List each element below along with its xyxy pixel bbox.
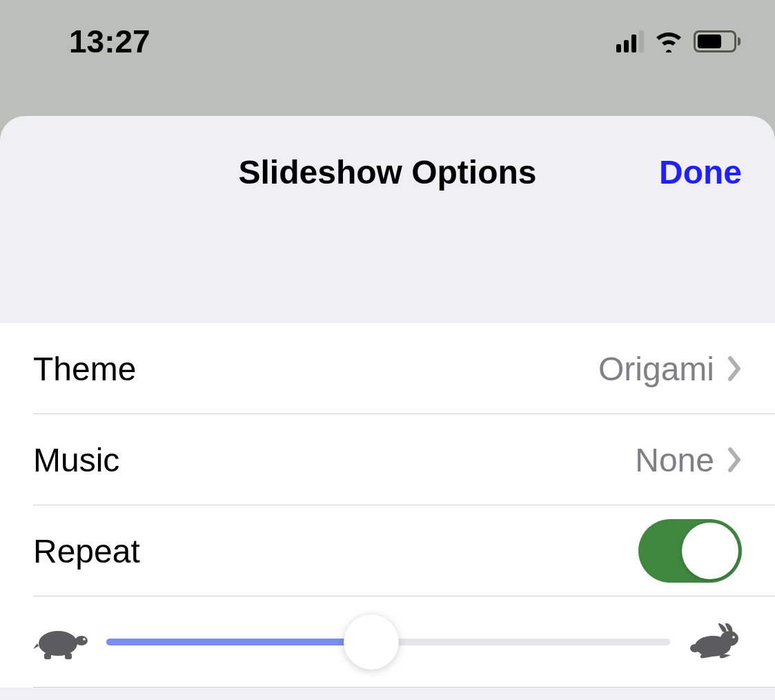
sheet-title: Slideshow Options <box>238 153 536 191</box>
slider-thumb[interactable] <box>344 614 399 670</box>
options-list: Theme Origami Music None Repeat <box>0 323 775 688</box>
theme-value: Origami <box>598 350 714 388</box>
done-button[interactable]: Done <box>659 153 742 191</box>
svg-rect-3 <box>44 653 51 659</box>
status-time: 13:27 <box>69 23 150 60</box>
svg-point-7 <box>732 636 735 639</box>
theme-label: Theme <box>33 350 598 388</box>
svg-point-2 <box>83 638 86 641</box>
speed-slider[interactable] <box>106 639 670 645</box>
repeat-toggle[interactable] <box>638 519 742 583</box>
music-label: Music <box>33 441 635 479</box>
turtle-icon <box>33 624 88 660</box>
sheet-header: Slideshow Options Done <box>0 116 775 231</box>
status-bar: 13:27 <box>0 0 775 83</box>
toggle-thumb <box>682 523 738 579</box>
wifi-icon <box>654 30 684 52</box>
music-row[interactable]: Music None <box>0 414 775 505</box>
slider-fill <box>106 639 371 645</box>
theme-row[interactable]: Theme Origami <box>0 323 775 414</box>
speed-slider-row <box>0 596 775 688</box>
svg-rect-4 <box>65 653 72 659</box>
footer-space <box>0 688 775 700</box>
chevron-right-icon <box>728 356 742 381</box>
slideshow-options-sheet: Slideshow Options Done Theme Origami Mus… <box>0 116 775 700</box>
music-value: None <box>635 441 714 479</box>
repeat-label: Repeat <box>33 532 638 570</box>
svg-point-6 <box>720 631 738 646</box>
repeat-row: Repeat <box>0 505 775 596</box>
chevron-right-icon <box>728 447 742 472</box>
rabbit-icon <box>688 623 742 661</box>
status-icons <box>616 30 740 52</box>
svg-point-1 <box>75 636 88 645</box>
battery-icon <box>694 30 740 52</box>
cellular-icon <box>616 30 644 52</box>
svg-point-8 <box>690 644 700 652</box>
